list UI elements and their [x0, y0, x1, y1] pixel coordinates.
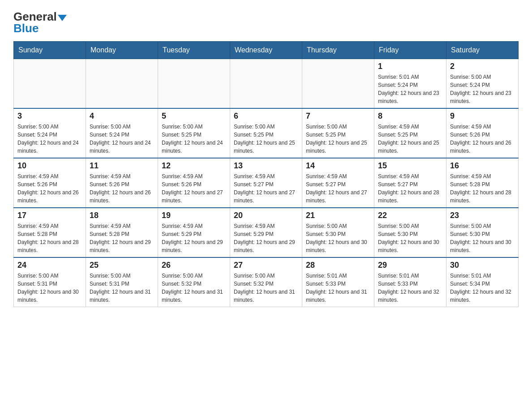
day-number: 18	[90, 211, 154, 220]
day-info: Sunrise: 5:00 AMSunset: 5:32 PMDaylight:…	[234, 272, 298, 304]
calendar-day-cell: 27Sunrise: 5:00 AMSunset: 5:32 PMDayligh…	[230, 257, 302, 307]
calendar-day-cell: 15Sunrise: 4:59 AMSunset: 5:27 PMDayligh…	[374, 158, 446, 208]
day-number: 12	[162, 161, 226, 171]
day-number: 2	[450, 62, 515, 71]
calendar-day-cell: 13Sunrise: 4:59 AMSunset: 5:27 PMDayligh…	[230, 158, 302, 208]
logo-blue-text: Blue	[13, 22, 39, 34]
calendar-day-cell: 17Sunrise: 4:59 AMSunset: 5:28 PMDayligh…	[14, 208, 86, 257]
day-number: 14	[306, 161, 370, 171]
calendar-day-cell: 24Sunrise: 5:00 AMSunset: 5:31 PMDayligh…	[14, 257, 86, 307]
day-info: Sunrise: 4:59 AMSunset: 5:25 PMDaylight:…	[378, 123, 442, 155]
logo: General Blue	[13, 9, 67, 34]
calendar-day-cell	[302, 59, 374, 109]
calendar-day-cell: 7Sunrise: 5:00 AMSunset: 5:25 PMDaylight…	[302, 108, 374, 158]
calendar-day-cell: 18Sunrise: 4:59 AMSunset: 5:28 PMDayligh…	[86, 208, 158, 257]
calendar-day-cell: 9Sunrise: 4:59 AMSunset: 5:26 PMDaylight…	[446, 108, 519, 158]
day-of-week-header: Thursday	[302, 42, 374, 59]
calendar-day-cell: 1Sunrise: 5:01 AMSunset: 5:24 PMDaylight…	[374, 59, 446, 109]
day-info: Sunrise: 5:00 AMSunset: 5:30 PMDaylight:…	[378, 222, 442, 254]
day-info: Sunrise: 4:59 AMSunset: 5:26 PMDaylight:…	[90, 172, 154, 205]
calendar-day-cell	[14, 59, 86, 109]
day-info: Sunrise: 4:59 AMSunset: 5:27 PMDaylight:…	[378, 172, 442, 205]
day-of-week-header: Sunday	[14, 42, 86, 59]
calendar-day-cell: 23Sunrise: 5:00 AMSunset: 5:30 PMDayligh…	[446, 208, 519, 257]
calendar-header-row: SundayMondayTuesdayWednesdayThursdayFrid…	[14, 42, 519, 59]
day-number: 26	[162, 261, 226, 270]
calendar-week-row: 24Sunrise: 5:00 AMSunset: 5:31 PMDayligh…	[14, 257, 519, 307]
day-info: Sunrise: 5:01 AMSunset: 5:34 PMDaylight:…	[450, 272, 515, 304]
day-number: 13	[234, 161, 298, 171]
logo-general-line: General	[13, 11, 67, 22]
day-info: Sunrise: 5:00 AMSunset: 5:32 PMDaylight:…	[162, 272, 226, 304]
calendar-day-cell: 10Sunrise: 4:59 AMSunset: 5:26 PMDayligh…	[14, 158, 86, 208]
day-info: Sunrise: 5:01 AMSunset: 5:24 PMDaylight:…	[378, 73, 442, 105]
calendar-week-row: 10Sunrise: 4:59 AMSunset: 5:26 PMDayligh…	[14, 158, 519, 208]
day-info: Sunrise: 5:00 AMSunset: 5:25 PMDaylight:…	[306, 123, 370, 155]
day-number: 17	[17, 211, 82, 220]
header: General Blue	[13, 9, 519, 34]
day-info: Sunrise: 5:00 AMSunset: 5:24 PMDaylight:…	[17, 123, 82, 155]
calendar-day-cell: 26Sunrise: 5:00 AMSunset: 5:32 PMDayligh…	[158, 257, 230, 307]
day-info: Sunrise: 4:59 AMSunset: 5:28 PMDaylight:…	[450, 172, 515, 205]
calendar-day-cell: 22Sunrise: 5:00 AMSunset: 5:30 PMDayligh…	[374, 208, 446, 257]
day-number: 4	[90, 111, 154, 121]
calendar-day-cell: 6Sunrise: 5:00 AMSunset: 5:25 PMDaylight…	[230, 108, 302, 158]
calendar-day-cell: 21Sunrise: 5:00 AMSunset: 5:30 PMDayligh…	[302, 208, 374, 257]
day-number: 10	[17, 161, 82, 171]
day-number: 20	[234, 211, 298, 220]
day-of-week-header: Friday	[374, 42, 446, 59]
day-info: Sunrise: 5:00 AMSunset: 5:25 PMDaylight:…	[234, 123, 298, 155]
day-info: Sunrise: 4:59 AMSunset: 5:27 PMDaylight:…	[306, 172, 370, 205]
day-number: 21	[306, 211, 370, 220]
calendar-day-cell: 19Sunrise: 4:59 AMSunset: 5:29 PMDayligh…	[158, 208, 230, 257]
day-number: 15	[378, 161, 442, 171]
day-number: 3	[17, 111, 82, 121]
day-of-week-header: Wednesday	[230, 42, 302, 59]
day-number: 7	[306, 111, 370, 121]
calendar-week-row: 1Sunrise: 5:01 AMSunset: 5:24 PMDaylight…	[14, 59, 519, 109]
day-number: 19	[162, 211, 226, 220]
calendar-day-cell: 30Sunrise: 5:01 AMSunset: 5:34 PMDayligh…	[446, 257, 519, 307]
calendar-day-cell: 14Sunrise: 4:59 AMSunset: 5:27 PMDayligh…	[302, 158, 374, 208]
day-info: Sunrise: 5:00 AMSunset: 5:31 PMDaylight:…	[90, 272, 154, 304]
logo-triangle-icon	[58, 15, 67, 21]
day-number: 8	[378, 111, 442, 121]
calendar-week-row: 17Sunrise: 4:59 AMSunset: 5:28 PMDayligh…	[14, 208, 519, 257]
day-of-week-header: Tuesday	[158, 42, 230, 59]
day-info: Sunrise: 4:59 AMSunset: 5:26 PMDaylight:…	[162, 172, 226, 205]
day-info: Sunrise: 4:59 AMSunset: 5:26 PMDaylight:…	[450, 123, 515, 155]
day-number: 11	[90, 161, 154, 171]
day-info: Sunrise: 5:00 AMSunset: 5:31 PMDaylight:…	[17, 272, 82, 304]
calendar-day-cell: 29Sunrise: 5:01 AMSunset: 5:33 PMDayligh…	[374, 257, 446, 307]
day-number: 9	[450, 111, 515, 121]
calendar-day-cell	[158, 59, 230, 109]
day-number: 30	[450, 261, 515, 270]
day-of-week-header: Saturday	[446, 42, 519, 59]
day-of-week-header: Monday	[86, 42, 158, 59]
day-info: Sunrise: 5:01 AMSunset: 5:33 PMDaylight:…	[378, 272, 442, 304]
day-number: 29	[378, 261, 442, 270]
calendar-day-cell: 2Sunrise: 5:00 AMSunset: 5:24 PMDaylight…	[446, 59, 519, 109]
day-number: 5	[162, 111, 226, 121]
calendar-day-cell: 3Sunrise: 5:00 AMSunset: 5:24 PMDaylight…	[14, 108, 86, 158]
day-info: Sunrise: 5:00 AMSunset: 5:24 PMDaylight:…	[450, 73, 515, 105]
day-info: Sunrise: 4:59 AMSunset: 5:26 PMDaylight:…	[17, 172, 82, 205]
day-info: Sunrise: 4:59 AMSunset: 5:27 PMDaylight:…	[234, 172, 298, 205]
day-info: Sunrise: 4:59 AMSunset: 5:28 PMDaylight:…	[90, 222, 154, 254]
calendar-day-cell: 5Sunrise: 5:00 AMSunset: 5:25 PMDaylight…	[158, 108, 230, 158]
day-info: Sunrise: 5:01 AMSunset: 5:33 PMDaylight:…	[306, 272, 370, 304]
day-number: 1	[378, 62, 442, 71]
day-info: Sunrise: 5:00 AMSunset: 5:24 PMDaylight:…	[90, 123, 154, 155]
calendar-week-row: 3Sunrise: 5:00 AMSunset: 5:24 PMDaylight…	[14, 108, 519, 158]
calendar-day-cell	[230, 59, 302, 109]
calendar-day-cell: 28Sunrise: 5:01 AMSunset: 5:33 PMDayligh…	[302, 257, 374, 307]
calendar-day-cell: 12Sunrise: 4:59 AMSunset: 5:26 PMDayligh…	[158, 158, 230, 208]
day-number: 27	[234, 261, 298, 270]
day-info: Sunrise: 5:00 AMSunset: 5:30 PMDaylight:…	[306, 222, 370, 254]
day-info: Sunrise: 5:00 AMSunset: 5:25 PMDaylight:…	[162, 123, 226, 155]
day-info: Sunrise: 4:59 AMSunset: 5:29 PMDaylight:…	[234, 222, 298, 254]
calendar-day-cell: 20Sunrise: 4:59 AMSunset: 5:29 PMDayligh…	[230, 208, 302, 257]
day-number: 16	[450, 161, 515, 171]
calendar: SundayMondayTuesdayWednesdayThursdayFrid…	[13, 41, 519, 307]
day-info: Sunrise: 4:59 AMSunset: 5:28 PMDaylight:…	[17, 222, 82, 254]
